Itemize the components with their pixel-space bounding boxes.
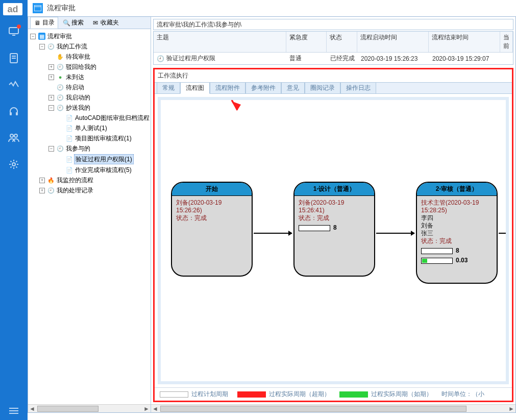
title-bar: 流程审批 [28,0,516,16]
svg-line-15 [161,97,237,110]
scroll-thumb[interactable] [37,406,99,412]
tree-label: 流程审批 [46,32,73,41]
expander-icon[interactable]: − [39,44,45,50]
doc-icon: 📄 [66,156,73,163]
expander-icon[interactable]: − [48,105,54,111]
tab-attachments[interactable]: 流程附件 [210,82,245,94]
tree-pending-approve[interactable]: ✋待我审批 [48,52,151,62]
scroll-right-icon[interactable]: ► [507,405,515,412]
hand-icon: ✋ [57,53,64,60]
monitor-icon[interactable] [8,26,20,38]
legend-text: 过程实际周期（超期） [269,390,330,399]
tree-pending-start[interactable]: 🕘待启动 [48,82,151,92]
legend-swatch-on [339,391,368,398]
tree-label: 作业完成审核流程(5) [74,165,133,175]
tab-directory[interactable]: 🖥 目录 [30,17,58,29]
svg-rect-1 [12,35,15,36]
flow-node-design[interactable]: 1-设计（普通） 刘备(2020-03-19 15:26:41) 状态：完成 8 [293,182,375,277]
expander-icon[interactable]: + [48,75,54,80]
node-owner: 技术主管(2020-03-19 15:28:25) [421,199,493,214]
tab-review-log[interactable]: 圈阅记录 [305,82,340,94]
col-end[interactable]: 流程结束时间 [429,32,500,52]
breadcrumb: 流程审批\我的工作流\我参与的\ [153,19,513,30]
expander-icon[interactable]: − [30,34,36,39]
scroll-thumb[interactable] [160,406,466,412]
tree-not-arrived[interactable]: +●未到达 [48,72,151,82]
window-icon [33,3,43,13]
node-name: 刘备 [421,222,493,230]
col-start[interactable]: 流程启动时间 [357,32,429,52]
node-name: 李四 [421,214,493,222]
col-subject[interactable]: 主题 [154,32,286,52]
tree-view[interactable]: − ▦ 流程审批 − 🕘 我的工作流 [28,29,151,404]
clock-small-icon: 🕘 [157,55,164,62]
legend-unit: 时间单位：（小 [441,390,484,399]
flow-node-start[interactable]: 开始 刘备(2020-03-19 15:26:26) 状态：完成 [171,182,253,277]
node-title: 2-审核（普通） [417,183,497,196]
col-urgency[interactable]: 紧急度 [286,32,327,52]
legend-text: 过程实际周期（如期） [371,390,432,399]
node-name: 张三 [421,230,493,237]
headset-icon[interactable] [8,105,20,117]
scroll-right-icon[interactable]: ► [142,405,151,413]
scroll-left-icon[interactable]: ◄ [28,405,36,413]
col-status[interactable]: 状态 [327,32,357,52]
tree-cc-item[interactable]: 📄项目图纸审核流程(1) [58,133,151,143]
users-icon[interactable] [8,132,20,144]
expander-icon[interactable]: − [48,146,54,152]
clock-icon: 🕘 [57,145,64,152]
expander-icon[interactable]: + [48,64,54,70]
tree-cc-item[interactable]: 📄单人测试(1) [58,123,151,133]
tree-history[interactable]: +🕘我的处理记录 [39,185,151,195]
tree-my-workflow[interactable]: − 🕘 我的工作流 [39,41,151,52]
svg-rect-0 [9,28,18,34]
menu-icon[interactable] [0,408,28,414]
tab-op-log[interactable]: 操作日志 [340,82,376,94]
tab-general[interactable]: 常规 [157,82,180,94]
tree-label: 我的处理记录 [56,186,94,195]
tree-h-scrollbar[interactable]: ◄ ► [28,404,151,412]
tree-participated-item[interactable]: 📄作业完成审核流程(5) [58,165,151,175]
tree-rejected[interactable]: +🕘驳回给我的 [48,62,151,72]
flow-node-review[interactable]: 2-审核（普通） 技术主管(2020-03-19 15:28:25) 李四 刘备… [416,182,498,284]
node-title: 1-设计（普通） [294,183,374,196]
tab-opinions[interactable]: 意见 [281,82,305,94]
expander-icon[interactable]: + [48,95,54,101]
flowchart-canvas[interactable]: 开始 刘备(2020-03-19 15:26:26) 状态：完成 1-设计（普通… [158,97,509,384]
right-h-scrollbar[interactable]: ◄ ► [151,404,515,412]
tree-monitored[interactable]: +🔥我监控的流程 [39,175,151,185]
tree-label: 待我审批 [65,52,91,61]
tree-participated-item[interactable]: 📄验证过程用户权限(1) [58,154,151,165]
expander-icon[interactable]: + [39,178,45,183]
col-current[interactable]: 当前 [500,32,513,52]
svg-point-8 [14,134,17,137]
expander-icon[interactable]: + [39,188,45,193]
annotation-arrow [158,97,498,171]
tree-cc-to-me[interactable]: −🕘抄送我的 [48,103,151,113]
bar-label: 8 [333,224,337,232]
gear-icon[interactable] [8,158,20,170]
tree-root[interactable]: − ▦ 流程审批 [30,31,151,41]
activity-icon[interactable] [8,79,20,91]
tab-flowchart[interactable]: 流程图 [180,82,210,94]
tree-label: 我监控的流程 [56,176,94,185]
tree-started-by-me[interactable]: +🕘我启动的 [48,92,151,103]
tree-label: 我启动的 [65,93,91,102]
doc-icon[interactable] [8,52,20,64]
doc-icon: 📄 [66,125,73,132]
tab-references[interactable]: 参考附件 [245,82,281,94]
scroll-left-icon[interactable]: ◄ [151,405,159,412]
cell-status: 已经完成 [327,53,358,64]
bar-fill [422,259,427,263]
tree-label: AutoCAD图纸审批归档流程 [74,113,151,122]
tab-favorites[interactable]: ✉ 收藏夹 [88,17,122,29]
tree-cc-item[interactable]: 📄AutoCAD图纸审批归档流程 [58,113,151,123]
tab-search[interactable]: 🔍 搜索 [59,17,87,29]
left-panel: 🖥 目录 🔍 搜索 ✉ 收藏夹 − ▦ 流程审批 [28,17,151,412]
tree-participated[interactable]: −🕘我参与的 [48,143,151,154]
svg-rect-5 [10,112,12,115]
bar-sublabel: 0.03 [456,257,468,264]
node-owner: 刘备(2020-03-19 15:26:26) [176,199,248,214]
grid-row[interactable]: 🕘 验证过程用户权限 普通 已经完成 2020-03-19 15:26:23 2… [154,53,513,64]
tree-label: 我参与的 [65,144,91,153]
